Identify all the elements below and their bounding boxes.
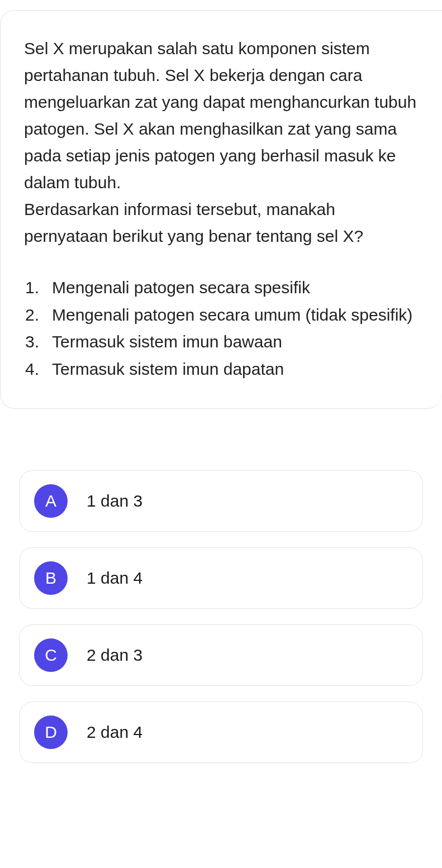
- option-d[interactable]: D 2 dan 4: [19, 702, 423, 763]
- question-card: Sel X merupakan salah satu komponen sist…: [0, 10, 442, 409]
- statement-item: Mengenali patogen secara umum (tidak spe…: [52, 302, 419, 329]
- question-paragraph-1: Sel X merupakan salah satu komponen sist…: [24, 35, 419, 196]
- statement-item: Termasuk sistem imun dapatan: [52, 356, 419, 383]
- option-c[interactable]: C 2 dan 3: [19, 624, 423, 686]
- option-text: 2 dan 4: [87, 723, 142, 742]
- statement-item: Termasuk sistem imun bawaan: [52, 328, 419, 356]
- option-letter-badge: B: [34, 561, 68, 595]
- option-letter-badge: C: [34, 638, 68, 672]
- option-text: 1 dan 3: [87, 492, 142, 511]
- option-letter-badge: D: [34, 716, 68, 749]
- statement-item: Mengenali patogen secara spesifik: [52, 274, 419, 302]
- question-paragraph-2: Berdasarkan informasi tersebut, manakah …: [24, 196, 419, 250]
- option-text: 1 dan 4: [87, 569, 142, 588]
- option-b[interactable]: B 1 dan 4: [19, 547, 423, 609]
- statement-list: Mengenali patogen secara spesifik Mengen…: [24, 274, 419, 383]
- options-list: A 1 dan 3 B 1 dan 4 C 2 dan 3 D 2 dan 4: [19, 470, 423, 763]
- option-text: 2 dan 3: [87, 646, 142, 665]
- option-letter-badge: A: [34, 484, 68, 518]
- option-a[interactable]: A 1 dan 3: [19, 470, 423, 532]
- question-text-block: Sel X merupakan salah satu komponen sist…: [24, 35, 419, 250]
